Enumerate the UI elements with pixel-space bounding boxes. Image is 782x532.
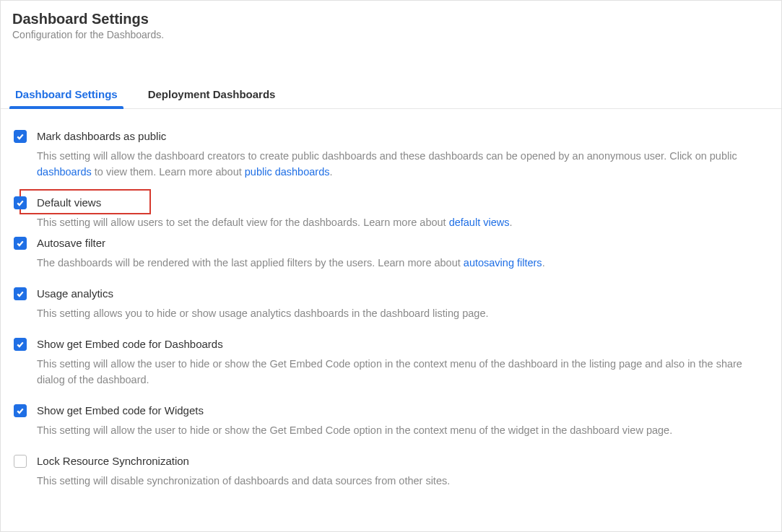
setting-desc: This setting allows you to hide or show … (37, 305, 768, 321)
setting-desc: The dashboards will be rendered with the… (37, 255, 768, 271)
link-public-dashboards[interactable]: public dashboards (245, 166, 330, 178)
dashboard-settings-page: Dashboard Settings Configuration for the… (0, 0, 782, 532)
setting-desc: This setting will allow the dashboard cr… (37, 148, 768, 180)
setting-desc: This setting will disable synchronizatio… (37, 473, 768, 489)
setting-title: Show get Embed code for Dashboards (37, 337, 768, 352)
checkbox-usage-analytics[interactable] (14, 287, 27, 300)
setting-autosave-filter: Autosave filter The dashboards will be r… (14, 236, 768, 271)
page-title: Dashboard Settings (12, 11, 770, 27)
setting-desc: This setting will allow the user to hide… (37, 422, 768, 438)
setting-embed-widgets: Show get Embed code for Widgets This set… (14, 404, 768, 438)
checkbox-embed-dashboards[interactable] (14, 338, 27, 351)
checkbox-embed-widgets[interactable] (14, 404, 27, 417)
setting-usage-analytics: Usage analytics This setting allows you … (14, 287, 768, 321)
link-autosaving-filters[interactable]: autosaving filters (464, 257, 542, 269)
check-icon (16, 289, 25, 298)
page-subtitle: Configuration for the Dashboards. (12, 29, 770, 40)
setting-default-views-wrap: Default views This setting will allow us… (14, 196, 768, 230)
link-default-views[interactable]: default views (449, 217, 510, 228)
check-icon (16, 132, 25, 141)
tabs: Dashboard Settings Deployment Dashboards (1, 82, 781, 109)
setting-default-views: Default views This setting will allow us… (14, 196, 768, 230)
setting-title: Usage analytics (37, 287, 768, 301)
setting-lock-sync: Lock Resource Synchronization This setti… (14, 454, 768, 489)
checkbox-default-views[interactable] (14, 196, 27, 209)
check-icon (16, 239, 25, 248)
tab-dashboard-settings[interactable]: Dashboard Settings (12, 82, 121, 108)
setting-mark-public: Mark dashboards as public This setting w… (14, 129, 768, 180)
setting-title: Autosave filter (37, 236, 768, 250)
check-icon (16, 406, 25, 415)
setting-embed-dashboards: Show get Embed code for Dashboards This … (14, 337, 768, 388)
setting-title: Default views (37, 196, 768, 210)
checkbox-mark-public[interactable] (14, 130, 27, 143)
checkbox-autosave-filter[interactable] (14, 237, 27, 250)
setting-title: Lock Resource Synchronization (37, 454, 768, 468)
setting-title: Mark dashboards as public (37, 129, 768, 144)
check-icon (16, 340, 25, 349)
setting-desc: This setting will allow the user to hide… (37, 356, 768, 388)
setting-desc: This setting will allow users to set the… (37, 214, 768, 230)
settings-list: Mark dashboards as public This setting w… (1, 109, 781, 507)
check-icon (16, 199, 25, 207)
setting-title: Show get Embed code for Widgets (37, 404, 768, 418)
page-header: Dashboard Settings Configuration for the… (1, 1, 781, 45)
tab-deployment-dashboards[interactable]: Deployment Dashboards (145, 82, 279, 108)
link-dashboards[interactable]: dashboards (37, 166, 92, 178)
checkbox-lock-sync[interactable] (14, 455, 27, 468)
